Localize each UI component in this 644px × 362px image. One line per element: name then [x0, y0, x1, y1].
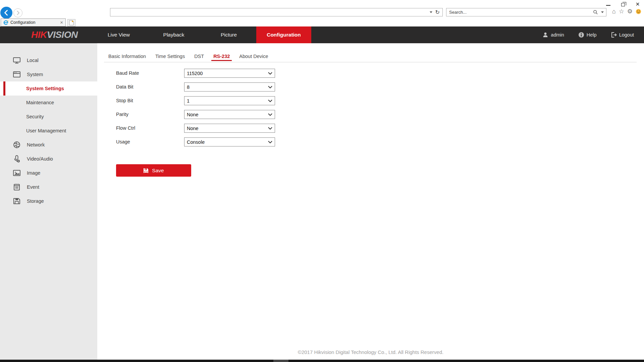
- form-row: Data Bit 8: [116, 82, 275, 92]
- sidebar-item-video-audio[interactable]: Video/Audio: [0, 152, 97, 166]
- chevron-down-icon: [268, 141, 272, 143]
- refresh-icon[interactable]: ↻: [435, 9, 440, 15]
- sidebar-item-security[interactable]: Security: [0, 110, 97, 124]
- usage-select[interactable]: Console: [184, 137, 275, 146]
- logout-button[interactable]: Logout: [611, 32, 634, 38]
- sidebar-item-label: Storage: [27, 198, 44, 204]
- save-button[interactable]: Save: [116, 164, 191, 177]
- form-row: Stop Bit 1: [116, 96, 275, 105]
- sidebar-item-system[interactable]: System: [0, 67, 97, 81]
- tab-basic-information[interactable]: Basic Information: [108, 53, 146, 60]
- ie-favicon-icon: [3, 20, 8, 25]
- chevron-down-icon: [268, 127, 272, 130]
- hikvision-logo[interactable]: HIKVISION: [31, 26, 78, 43]
- select-value: 8: [187, 84, 190, 90]
- sidebar-item-label: Security: [26, 114, 44, 119]
- select-value: None: [187, 126, 199, 131]
- username: admin: [551, 32, 564, 38]
- sidebar-item-label: Network: [27, 142, 45, 147]
- sidebar-item-local[interactable]: Local: [0, 53, 97, 67]
- tab-time-settings[interactable]: Time Settings: [155, 53, 185, 60]
- close-button[interactable]: ×: [635, 1, 641, 7]
- restore-icon: [621, 3, 625, 6]
- window-controls: ×: [605, 1, 641, 7]
- search-icon[interactable]: [593, 10, 598, 15]
- nav-item-live-view[interactable]: Live View: [91, 26, 146, 43]
- sidebar-item-label: System Settings: [26, 86, 64, 91]
- restore-button[interactable]: [620, 1, 626, 7]
- minimize-button[interactable]: [605, 1, 611, 7]
- save-label: Save: [152, 168, 164, 174]
- select-value: 1: [187, 98, 190, 104]
- browser-toolbar-icons: ⌂ ☆ ⚙: [612, 7, 641, 15]
- system-icon: [13, 70, 21, 78]
- sidebar-item-image[interactable]: Image: [0, 166, 97, 180]
- event-icon: [13, 183, 21, 191]
- sidebar-item-label: System: [27, 72, 43, 77]
- stop-bit-select[interactable]: 1: [184, 96, 275, 105]
- globe-icon: [13, 141, 21, 149]
- tab-about-device[interactable]: About Device: [239, 53, 268, 60]
- baud-rate-select[interactable]: 115200: [184, 69, 275, 78]
- sidebar: Local System System Settings Maintenance…: [0, 43, 97, 360]
- sidebar-item-label: User Management: [26, 128, 66, 133]
- tabs-divider: [104, 62, 637, 62]
- search-dropdown-caret-icon[interactable]: [601, 11, 604, 13]
- form-row: Flow Ctrl None: [116, 124, 275, 133]
- user-badge: admin: [542, 32, 564, 38]
- tab-dst[interactable]: DST: [194, 53, 204, 60]
- nav-item-picture[interactable]: Picture: [201, 26, 256, 43]
- sidebar-item-system-settings[interactable]: System Settings: [0, 81, 97, 96]
- form-row: Usage Console: [116, 137, 275, 146]
- settings-gear-icon[interactable]: ⚙: [627, 7, 633, 15]
- logo-hik-text: HIK: [31, 29, 47, 40]
- flow-ctrl-select[interactable]: None: [184, 124, 275, 133]
- tab-rs-232[interactable]: RS-232: [213, 53, 230, 60]
- browser-forward-button[interactable]: [13, 8, 22, 17]
- chevron-down-icon: [268, 113, 272, 116]
- sidebar-item-user-management[interactable]: User Management: [0, 124, 97, 138]
- sidebar-item-event[interactable]: Event: [0, 180, 97, 194]
- rs232-form: Baud Rate 115200 Data Bit 8 Stop Bit 1: [116, 69, 275, 151]
- minimize-icon: [606, 5, 610, 6]
- monitor-icon: [13, 56, 21, 64]
- main-content: Basic Information Time Settings DST RS-2…: [97, 43, 644, 360]
- help-button[interactable]: Help: [578, 32, 597, 38]
- sidebar-item-network[interactable]: Network: [0, 138, 97, 152]
- logout-label: Logout: [619, 32, 634, 38]
- settings-tabs: Basic Information Time Settings DST RS-2…: [108, 53, 268, 60]
- sidebar-item-storage[interactable]: Storage: [0, 194, 97, 208]
- sidebar-item-label: Image: [27, 170, 40, 176]
- storage-icon: [13, 197, 21, 205]
- address-dropdown-caret-icon[interactable]: [430, 11, 432, 13]
- browser-back-button[interactable]: [0, 7, 12, 19]
- browser-tab-row: Configuration ×: [0, 18, 644, 26]
- select-value: 115200: [187, 71, 203, 76]
- help-icon: [578, 32, 584, 38]
- data-bit-select[interactable]: 8: [184, 82, 275, 92]
- favorites-star-icon[interactable]: ☆: [619, 7, 624, 15]
- feedback-smiley-icon[interactable]: [636, 9, 641, 14]
- taskbar-strip: [0, 360, 644, 362]
- microphone-icon: [13, 155, 21, 163]
- tab-title: Configuration: [10, 20, 58, 25]
- nav-item-configuration[interactable]: Configuration: [256, 26, 311, 43]
- browser-tab-configuration[interactable]: Configuration ×: [1, 18, 66, 26]
- search-input[interactable]: [446, 8, 593, 16]
- nav-item-playback[interactable]: Playback: [146, 26, 201, 43]
- parity-select[interactable]: None: [184, 110, 275, 119]
- new-tab-button[interactable]: [67, 19, 75, 26]
- logout-icon: [611, 32, 617, 38]
- footer-copyright: ©2017 Hikvision Digital Technology Co., …: [97, 349, 644, 355]
- image-icon: [13, 169, 21, 177]
- help-label: Help: [587, 32, 597, 38]
- sidebar-item-label: Video/Audio: [27, 156, 53, 162]
- sidebar-item-maintenance[interactable]: Maintenance: [0, 96, 97, 110]
- browser-chrome: × ↻ ⌂ ☆ ⚙: [0, 0, 644, 26]
- chevron-down-icon: [268, 100, 272, 102]
- tab-close-icon[interactable]: ×: [60, 20, 63, 25]
- user-icon: [542, 32, 548, 38]
- home-icon[interactable]: ⌂: [612, 7, 616, 15]
- address-input[interactable]: [110, 8, 427, 16]
- search-box: [446, 8, 606, 16]
